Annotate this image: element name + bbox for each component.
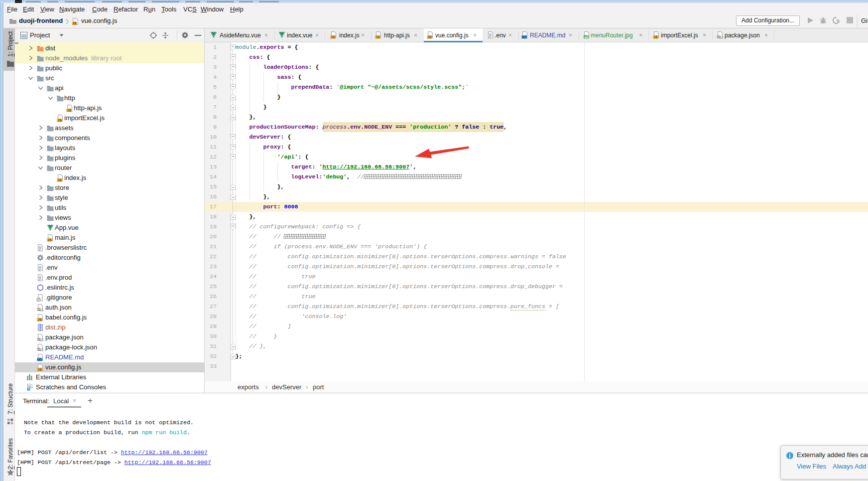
svg-text:JS: JS: [73, 21, 77, 25]
